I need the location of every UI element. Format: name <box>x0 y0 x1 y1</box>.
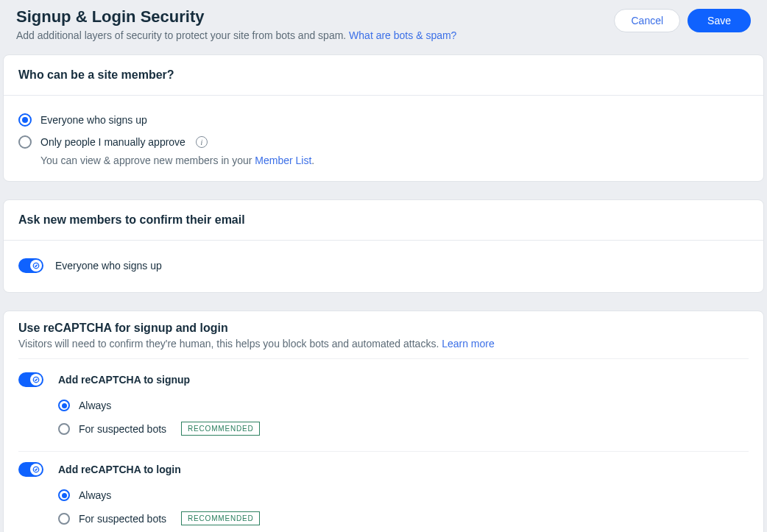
radio-icon-unselected <box>18 135 32 149</box>
manual-help-text: You can view & approve new members in yo… <box>40 155 749 166</box>
card-membership: Who can be a site member? Everyone who s… <box>3 54 764 182</box>
toggle-knob-check-icon <box>30 260 42 272</box>
toggle-recaptcha-login[interactable] <box>18 462 43 477</box>
radio-manual-label: Only people I manually approve <box>40 136 185 148</box>
page-title: Signup & Login Security <box>16 7 614 26</box>
radio-icon-unselected <box>58 513 70 525</box>
recaptcha-login-title-row: Add reCAPTCHA to login <box>18 462 749 484</box>
radio-login-always[interactable]: Always <box>58 484 749 506</box>
help-prefix: You can view & approve new members in yo… <box>40 155 255 166</box>
help-suffix: . <box>311 155 314 166</box>
card-recaptcha-title: Use reCAPTCHA for signup and login <box>18 322 749 335</box>
recaptcha-highlighted-area: Use reCAPTCHA for signup and login Visit… <box>4 311 763 532</box>
card-confirm-title: Ask new members to confirm their email <box>18 213 749 227</box>
card-confirm-email: Ask new members to confirm their email E… <box>3 199 764 293</box>
bots-spam-link[interactable]: What are bots & spam? <box>349 29 456 41</box>
recommended-tag: RECOMMENDED <box>181 422 260 436</box>
toggle-recaptcha-signup[interactable] <box>18 372 43 387</box>
radio-signup-always-label: Always <box>79 400 111 411</box>
card-membership-header: Who can be a site member? <box>4 55 763 96</box>
header-text-block: Signup & Login Security Add additional l… <box>16 7 614 41</box>
recommended-tag: RECOMMENDED <box>181 511 260 525</box>
card-recaptcha-desc: Visitors will need to confirm they're hu… <box>18 338 749 350</box>
card-confirm-body: Everyone who signs up <box>4 241 763 292</box>
card-recaptcha: Use reCAPTCHA for signup and login Visit… <box>3 311 764 532</box>
cancel-button[interactable]: Cancel <box>614 9 680 32</box>
radio-login-suspected-label: For suspected bots <box>79 513 166 525</box>
toggle-confirm-label: Everyone who signs up <box>55 260 162 272</box>
radio-icon-selected <box>58 489 70 501</box>
toggle-knob-check-icon <box>30 464 42 475</box>
toggle-knob-check-icon <box>30 374 42 386</box>
toggle-confirm-email[interactable] <box>18 258 43 273</box>
recaptcha-signup-section: Add reCAPTCHA to signup Always For suspe… <box>18 362 749 447</box>
subtitle-text: Add additional layers of security to pro… <box>16 29 349 41</box>
radio-everyone-label: Everyone who signs up <box>40 114 147 126</box>
card-recaptcha-header: Use reCAPTCHA for signup and login Visit… <box>18 322 749 359</box>
toggle-confirm-row: Everyone who signs up <box>18 254 749 277</box>
radio-icon-selected <box>18 113 32 127</box>
page-subtitle: Add additional layers of security to pro… <box>16 29 614 41</box>
radio-login-suspected[interactable]: For suspected bots RECOMMENDED <box>58 506 749 531</box>
radio-signup-suspected[interactable]: For suspected bots RECOMMENDED <box>58 416 749 441</box>
radio-icon-selected <box>58 400 70 411</box>
recaptcha-learn-more-link[interactable]: Learn more <box>442 338 495 350</box>
save-button[interactable]: Save <box>688 9 751 32</box>
page-header: Signup & Login Security Add additional l… <box>3 0 764 54</box>
recaptcha-signup-title-row: Add reCAPTCHA to signup <box>18 372 749 394</box>
info-icon[interactable]: i <box>196 136 208 148</box>
radio-signup-suspected-label: For suspected bots <box>79 423 166 435</box>
card-confirm-header: Ask new members to confirm their email <box>4 200 763 241</box>
radio-icon-unselected <box>58 423 70 435</box>
radio-everyone[interactable]: Everyone who signs up <box>18 109 749 131</box>
recaptcha-signup-options: Always For suspected bots RECOMMENDED <box>18 394 749 441</box>
card-membership-body: Everyone who signs up Only people I manu… <box>4 96 763 181</box>
recaptcha-desc-text: Visitors will need to confirm they're hu… <box>18 338 442 350</box>
member-list-link[interactable]: Member List <box>255 155 311 166</box>
radio-manual-approve[interactable]: Only people I manually approve i <box>18 131 749 153</box>
card-membership-title: Who can be a site member? <box>18 68 749 82</box>
header-buttons: Cancel Save <box>614 9 751 32</box>
recaptcha-login-title: Add reCAPTCHA to login <box>58 464 181 475</box>
radio-signup-always[interactable]: Always <box>58 394 749 416</box>
radio-login-always-label: Always <box>79 489 111 501</box>
recaptcha-login-options: Always For suspected bots RECOMMENDED <box>18 484 749 531</box>
recaptcha-signup-title: Add reCAPTCHA to signup <box>58 374 190 386</box>
recaptcha-login-section: Add reCAPTCHA to login Always For suspec… <box>18 451 749 532</box>
